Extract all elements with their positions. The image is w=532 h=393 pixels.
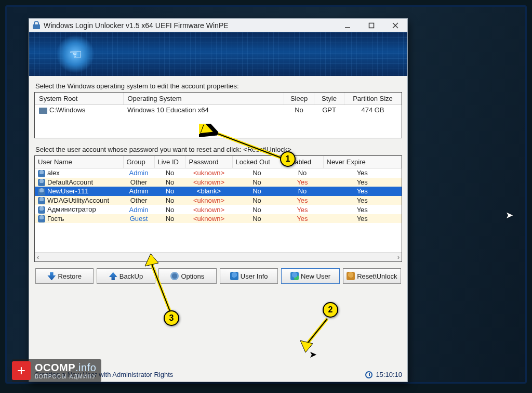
callout-3: 3 [164, 310, 179, 326]
cursor-icon: ➤ [309, 349, 317, 360]
button-row: Restore BackUp Options User Info New Use… [35, 268, 401, 284]
minimize-button[interactable] [336, 19, 360, 32]
svg-rect-0 [33, 24, 40, 29]
col-password[interactable]: Password [185, 156, 232, 168]
status-time: 15:10:10 [376, 371, 402, 378]
col-operating-system[interactable]: Operating System [123, 93, 284, 105]
os-row[interactable]: C:\WindowsWindows 10 Education x64NoGPT4… [35, 105, 402, 115]
col-sleep[interactable]: Sleep [284, 93, 314, 105]
hand-cursor-icon: ☜ [69, 46, 82, 63]
account-icon [38, 206, 45, 214]
watermark: + OCOMP.info ВОПРОСЫ АДМИНУ [12, 359, 101, 382]
user-row[interactable]: NewUser-111AdminNo<blank>NoNoYes [35, 187, 402, 196]
callout-2: 2 [323, 302, 338, 318]
horizontal-scrollbar[interactable]: ‹ › [35, 252, 402, 261]
new-user-button[interactable]: New User [281, 268, 339, 284]
maximize-icon [368, 22, 375, 29]
col-live-id[interactable]: Live ID [154, 156, 185, 168]
options-button[interactable]: Options [158, 268, 217, 284]
os-select-label: Select the Windows operating system to e… [35, 82, 401, 90]
col-partition-size[interactable]: Partition Size [344, 93, 402, 105]
user-table[interactable]: User Name Group Live ID Password Locked … [34, 155, 402, 262]
reset-unlock-button[interactable]: Reset\Unlock [343, 268, 401, 284]
col-never-expire[interactable]: Never Expire [323, 156, 402, 168]
desktop-cursor-icon: ➤ [506, 209, 513, 221]
backup-button[interactable]: BackUp [97, 268, 155, 284]
user-row[interactable]: DefaultAccountOtherNo<uknown>NoYesYes [35, 178, 402, 187]
account-icon [38, 197, 45, 204]
user-row[interactable]: ГостьGuestNo<uknown>NoYesYes [35, 214, 402, 224]
col-system-root[interactable]: System Root [35, 93, 123, 105]
watermark-plus-icon: + [12, 361, 31, 380]
close-button[interactable] [383, 19, 407, 32]
close-icon [392, 22, 398, 29]
minimize-icon [344, 22, 351, 29]
maximize-button[interactable] [360, 19, 383, 32]
app-icon [32, 21, 41, 30]
callout-1: 1 [280, 151, 296, 167]
account-icon [38, 215, 45, 222]
unlock-icon [347, 272, 355, 280]
banner-logo: ☜ [56, 35, 95, 73]
window-title: Windows Login Unlocker v1.5 x64 UEFI Fir… [44, 21, 336, 30]
clock-icon [365, 371, 373, 378]
gear-icon [170, 272, 179, 280]
col-group[interactable]: Group [123, 156, 154, 168]
restore-button[interactable]: Restore [35, 268, 94, 284]
user-row[interactable]: АдминистраторAdminNo<uknown>NoYesYes [35, 205, 402, 214]
upload-icon [109, 272, 117, 280]
banner: ☜ [29, 32, 407, 76]
svg-rect-2 [369, 23, 374, 28]
account-icon [38, 188, 45, 195]
scroll-left-icon[interactable]: ‹ [37, 254, 39, 261]
titlebar: Windows Login Unlocker v1.5 x64 UEFI Fir… [29, 19, 407, 32]
download-icon [47, 272, 56, 280]
user-row[interactable]: WDAGUtilityAccountOtherNo<uknown>NoYesYe… [35, 196, 402, 205]
user-row[interactable]: alexAdminNo<uknown>NoNoYes [35, 168, 402, 178]
scroll-right-icon[interactable]: › [397, 254, 400, 261]
account-icon [38, 170, 45, 177]
col-locked-out[interactable]: Locked Out [232, 156, 282, 168]
user-info-button[interactable]: User Info [220, 268, 278, 284]
account-icon [38, 179, 45, 186]
col-user-name[interactable]: User Name [35, 156, 123, 168]
add-user-icon [290, 272, 299, 280]
user-icon [230, 272, 238, 280]
drive-icon [39, 108, 47, 114]
user-select-label: Select the user account whose password y… [35, 146, 401, 153]
col-style[interactable]: Style [314, 93, 344, 105]
os-table[interactable]: System Root Operating System Sleep Style… [34, 92, 402, 138]
app-window: Windows Login Unlocker v1.5 x64 UEFI Fir… [29, 18, 408, 382]
